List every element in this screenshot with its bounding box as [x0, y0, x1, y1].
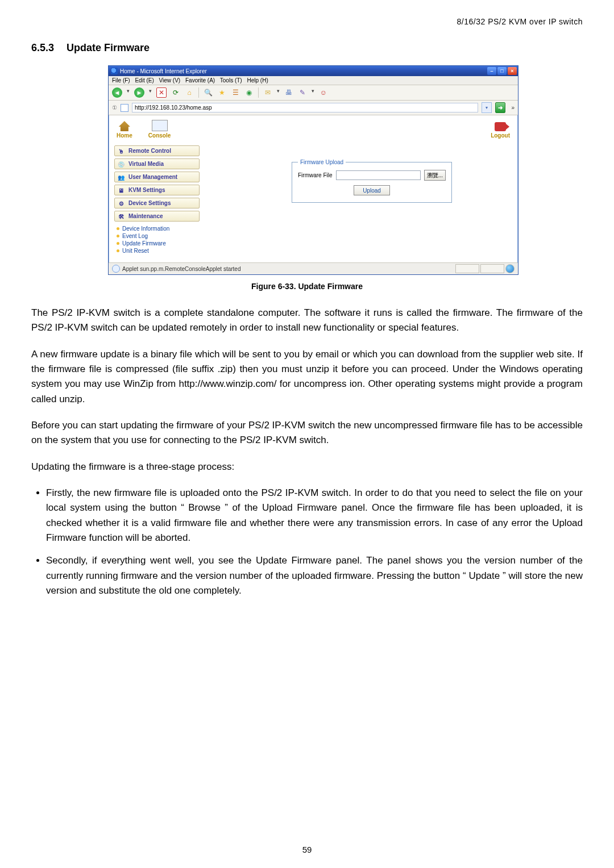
media-button[interactable]: ◉ — [244, 88, 254, 97]
console-link[interactable]: Console — [148, 120, 171, 139]
window-title: Home - Microsoft Internet Explorer — [120, 68, 207, 74]
ie-toolbar: ◄ ▾ ► ▾ ✕ ⟳ ⌂ 🔍 ★ ☰ ◉ ✉ ▾ 🖶 ✎ ▾ ☺ — [109, 85, 518, 101]
browse-button[interactable]: 瀏覽... — [424, 170, 446, 181]
main-panel: Firmware Upload Firmware File 瀏覽... Uplo… — [205, 142, 518, 262]
minimize-button[interactable]: – — [487, 67, 496, 75]
toolbar-separator — [198, 87, 199, 98]
running-header: 8/16/32 PS/2 KVM over IP switch — [31, 17, 583, 26]
menu-tools[interactable]: Tools (T) — [220, 77, 242, 84]
subnav-update-firmware[interactable]: Update Firmware — [117, 240, 200, 247]
logout-icon — [495, 122, 506, 131]
logout-link[interactable]: Logout — [491, 122, 510, 139]
nav-label: Maintenance — [128, 213, 163, 219]
paragraph: Before you can start updating the firmwa… — [31, 418, 583, 448]
maximize-button[interactable]: □ — [497, 67, 507, 75]
status-cell — [455, 264, 479, 273]
user-icon: 👥 — [117, 173, 126, 181]
firmware-upload-panel: Firmware Upload Firmware File 瀏覽... Uplo… — [292, 159, 452, 203]
close-button[interactable]: × — [508, 67, 517, 75]
edit-button[interactable]: ✎ — [298, 88, 307, 97]
status-text: Applet sun.pp.m.RemoteConsoleApplet star… — [122, 266, 240, 272]
forward-dropdown[interactable]: ▾ — [149, 88, 152, 94]
section-number: 6.5.3 — [31, 42, 54, 53]
favorites-button[interactable]: ★ — [217, 88, 226, 97]
stop-button[interactable]: ✕ — [156, 87, 167, 98]
firmware-file-label: Firmware File — [298, 172, 333, 178]
browser-window: Home - Microsoft Internet Explorer – □ ×… — [108, 65, 518, 275]
upload-button[interactable]: Upload — [354, 185, 390, 195]
forward-button[interactable]: ► — [134, 87, 144, 98]
history-button[interactable]: ☰ — [231, 88, 240, 97]
menu-view[interactable]: View (V) — [159, 77, 181, 84]
nav-device-settings[interactable]: ⚙ Device Settings — [114, 198, 200, 208]
paragraph: A new firmware update is a binary file w… — [31, 347, 583, 407]
address-dropdown[interactable]: ▾ — [482, 102, 492, 113]
subnav-event-log[interactable]: Event Log — [117, 232, 200, 240]
logout-label: Logout — [491, 132, 510, 139]
address-bar: ① http://192.168.10.23/home.asp ▾ ➜ » — [109, 101, 518, 115]
maintenance-icon: 🛠 — [117, 212, 126, 220]
internet-zone-icon — [505, 264, 515, 273]
nav-remote-control[interactable]: 🖱 Remote Control — [114, 145, 200, 156]
paragraph: Updating the firmware is a three-stage p… — [31, 460, 583, 474]
figure-caption: Figure 6-33. Update Firmware — [31, 282, 583, 291]
subnav-device-information[interactable]: Device Information — [117, 225, 200, 232]
console-label: Console — [148, 132, 171, 139]
nav-label: Virtual Media — [128, 161, 164, 167]
home-link[interactable]: Home — [117, 121, 132, 139]
back-button[interactable]: ◄ — [112, 87, 122, 98]
refresh-button[interactable]: ⟳ — [171, 88, 180, 97]
section-heading: 6.5.3Update Firmware — [31, 42, 583, 54]
messenger-button[interactable]: ☺ — [319, 88, 328, 97]
menu-help[interactable]: Help (H) — [247, 77, 268, 84]
edit-dropdown[interactable]: ▾ — [312, 88, 314, 94]
paragraph: The PS/2 IP-KVM switch is a complete sta… — [31, 306, 583, 336]
home-label: Home — [117, 132, 132, 139]
nav-maintenance[interactable]: 🛠 Maintenance — [114, 211, 200, 222]
nav-kvm-settings[interactable]: 🖥 KVM Settings — [114, 185, 200, 195]
status-bar: Applet sun.pp.m.RemoteConsoleApplet star… — [109, 262, 518, 274]
home-icon — [119, 121, 130, 131]
back-dropdown[interactable]: ▾ — [127, 88, 130, 94]
nav-label: KVM Settings — [128, 187, 165, 193]
ie-icon — [111, 68, 118, 74]
app-header: Home Console Logout — [109, 115, 518, 142]
menu-favorite[interactable]: Favorite (A) — [185, 77, 215, 84]
side-nav: 🖱 Remote Control 💿 Virtual Media 👥 User … — [109, 142, 205, 262]
media-icon: 💿 — [117, 160, 126, 168]
applet-icon — [112, 265, 120, 273]
menu-edit[interactable]: Edit (E) — [135, 77, 154, 84]
page-icon — [121, 104, 128, 112]
go-button[interactable]: ➜ — [495, 102, 505, 113]
print-button[interactable]: 🖶 — [284, 88, 293, 97]
mail-button[interactable]: ✉ — [263, 88, 272, 97]
list-item: Secondly, if everything went well, you s… — [46, 553, 583, 598]
nav-label: Device Settings — [128, 200, 171, 206]
links-chevron[interactable]: » — [511, 105, 515, 111]
list-item: Firstly, the new firmware file is upload… — [46, 486, 583, 545]
page: 8/16/32 PS/2 KVM over IP switch 6.5.3Upd… — [0, 0, 614, 868]
nav-label: User Management — [128, 174, 177, 180]
nav-maintenance-sub: Device Information Event Log Update Firm… — [114, 224, 200, 257]
mail-dropdown[interactable]: ▾ — [277, 88, 280, 94]
page-number: 59 — [0, 845, 614, 854]
menu-file[interactable]: File (F) — [112, 77, 130, 84]
address-input[interactable]: http://192.168.10.23/home.asp — [132, 103, 478, 112]
status-cell — [480, 264, 504, 273]
remote-icon: 🖱 — [117, 147, 126, 155]
menu-bar: File (F) Edit (E) View (V) Favorite (A) … — [109, 76, 518, 85]
section-title: Update Firmware — [67, 42, 150, 53]
page-content: Home Console Logout 🖱 R — [109, 115, 518, 262]
nav-label: Remote Control — [128, 148, 171, 154]
firmware-upload-legend: Firmware Upload — [298, 159, 346, 165]
body-text: The PS/2 IP-KVM switch is a complete sta… — [31, 306, 583, 599]
firmware-file-input[interactable] — [336, 170, 421, 180]
device-icon: ⚙ — [117, 199, 126, 207]
nav-virtual-media[interactable]: 💿 Virtual Media — [114, 158, 200, 169]
subnav-unit-reset[interactable]: Unit Reset — [117, 247, 200, 254]
toolbar-separator — [258, 87, 259, 98]
nav-user-management[interactable]: 👥 User Management — [114, 172, 200, 182]
console-icon — [152, 120, 168, 131]
home-button[interactable]: ⌂ — [185, 88, 194, 97]
search-button[interactable]: 🔍 — [204, 88, 213, 97]
